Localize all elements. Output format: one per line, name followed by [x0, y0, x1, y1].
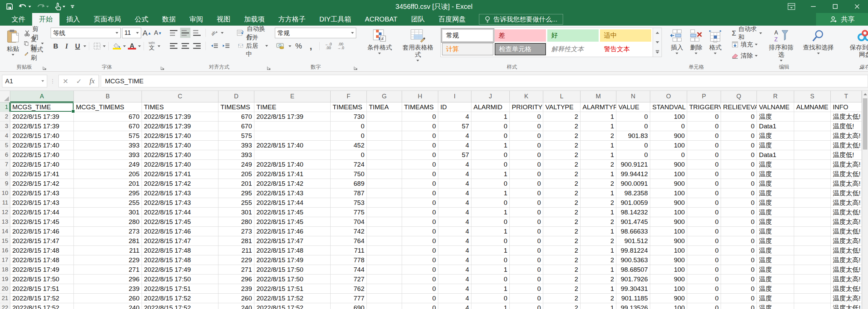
cell-Q19[interactable]: 0: [721, 275, 757, 284]
cell-T4[interactable]: 温度太高!: [831, 131, 862, 141]
cell-P8[interactable]: 0: [687, 169, 721, 179]
cell-D1[interactable]: TIMESMS: [218, 102, 254, 112]
cell-E20[interactable]: 2022/8/15 17:51: [254, 284, 331, 294]
cell-Q8[interactable]: 0: [721, 169, 757, 179]
cell-O22[interactable]: 100: [650, 303, 687, 309]
cell-T2[interactable]: 温度太低!: [831, 112, 862, 122]
cell-P5[interactable]: 0: [687, 141, 721, 150]
column-header-J[interactable]: J: [471, 91, 510, 102]
cell-M1[interactable]: ALARMTYPE: [580, 102, 616, 112]
cell-L15[interactable]: 2: [543, 236, 580, 246]
cell-style-warning[interactable]: 警告文本: [600, 43, 651, 55]
cell-C21[interactable]: 2022/8/15 17:52: [142, 294, 218, 303]
cell-Q5[interactable]: 0: [721, 141, 757, 150]
cell-C10[interactable]: 2022/8/15 17:43: [142, 188, 218, 198]
cell-G15[interactable]: [367, 236, 402, 246]
maximize-button[interactable]: [824, 0, 846, 13]
borders-button[interactable]: [92, 41, 102, 51]
gallery-scroll-down[interactable]: [653, 38, 662, 47]
format-as-table-button[interactable]: 套用表格格式: [397, 28, 438, 63]
cell-F1[interactable]: TIMEEMS: [331, 102, 367, 112]
column-header-P[interactable]: P: [687, 91, 721, 102]
row-header-16[interactable]: 16: [0, 246, 10, 255]
cell-I12[interactable]: 4: [438, 208, 471, 217]
cell-D16[interactable]: 211: [218, 246, 254, 255]
name-box-dropdown[interactable]: [41, 80, 44, 82]
cell-E18[interactable]: 2022/8/15 17:50: [254, 265, 331, 275]
cell-B18[interactable]: 271: [74, 265, 142, 275]
cell-B6[interactable]: 393: [74, 150, 142, 160]
clear-dropdown[interactable]: [755, 55, 758, 57]
column-header-O[interactable]: O: [650, 91, 687, 102]
cell-C19[interactable]: 2022/8/15 17:50: [142, 275, 218, 284]
insert-function-button[interactable]: fx: [90, 77, 95, 85]
column-header-M[interactable]: M: [580, 91, 616, 102]
column-header-S[interactable]: S: [794, 91, 831, 102]
clipboard-dialog-launcher[interactable]: [43, 66, 46, 70]
cell-E5[interactable]: 2022/8/15 17:40: [254, 141, 331, 150]
cell-N19[interactable]: 901.7926: [616, 275, 650, 284]
cell-C3[interactable]: 2022/8/15 17:39: [142, 122, 218, 131]
cell-O6[interactable]: 0: [650, 150, 687, 160]
cell-A12[interactable]: 2022/8/15 17:44: [10, 208, 74, 217]
cell-J12[interactable]: 1: [471, 208, 510, 217]
cell-C5[interactable]: 2022/8/15 17:40: [142, 141, 218, 150]
cell-L2[interactable]: 2: [543, 112, 580, 122]
cell-E16[interactable]: 2022/8/15 17:48: [254, 246, 331, 255]
touch-mode-dropdown[interactable]: [63, 6, 65, 8]
cell-F22[interactable]: 690: [331, 303, 367, 309]
cell-S22[interactable]: [794, 303, 831, 309]
cell-P13[interactable]: 0: [687, 217, 721, 227]
sort-filter-button[interactable]: AZ 排序和筛选: [763, 28, 799, 63]
ribbon-display-options-button[interactable]: [780, 0, 802, 13]
column-header-F[interactable]: F: [331, 91, 367, 102]
clear-button[interactable]: 清除: [730, 51, 763, 60]
undo-button[interactable]: [17, 1, 33, 12]
cell-K9[interactable]: 0: [510, 179, 543, 188]
sort-filter-dropdown[interactable]: [780, 60, 783, 61]
increase-decimal-button[interactable]: ←.0.00: [323, 41, 333, 51]
cell-H9[interactable]: 0: [402, 179, 438, 188]
cell-G21[interactable]: [367, 294, 402, 303]
cell-L17[interactable]: 2: [543, 255, 580, 265]
row-header-18[interactable]: 18: [0, 265, 10, 275]
cell-B7[interactable]: 249: [74, 160, 142, 169]
cell-B13[interactable]: 280: [74, 217, 142, 227]
cell-P9[interactable]: 0: [687, 179, 721, 188]
cell-K1[interactable]: PRIORITY: [510, 102, 543, 112]
cell-T15[interactable]: 温度太高!: [831, 236, 862, 246]
cell-T19[interactable]: 温度太高!: [831, 275, 862, 284]
paste-dropdown[interactable]: [12, 54, 14, 56]
cell-J21[interactable]: 0: [471, 294, 510, 303]
confirm-entry-button[interactable]: ✓: [76, 77, 82, 85]
cell-G11[interactable]: [367, 198, 402, 208]
row-header-9[interactable]: 9: [0, 179, 10, 188]
cell-J17[interactable]: 0: [471, 255, 510, 265]
vertical-scrollbar[interactable]: [862, 91, 868, 309]
cell-F20[interactable]: 762: [331, 284, 367, 294]
cell-N21[interactable]: 901.1185: [616, 294, 650, 303]
cell-D5[interactable]: 393: [218, 141, 254, 150]
cell-G4[interactable]: [367, 131, 402, 141]
cell-Q6[interactable]: 0: [721, 150, 757, 160]
cell-O21[interactable]: 900: [650, 294, 687, 303]
scrollbar-thumb[interactable]: [863, 98, 867, 150]
cell-C7[interactable]: 2022/8/15 17:40: [142, 160, 218, 169]
cell-A5[interactable]: 2022/8/15 17:40: [10, 141, 74, 150]
cell-Q14[interactable]: 0: [721, 227, 757, 236]
cell-S20[interactable]: [794, 284, 831, 294]
cell-O17[interactable]: 900: [650, 255, 687, 265]
cell-M19[interactable]: 2: [580, 275, 616, 284]
cell-F10[interactable]: 787: [331, 188, 367, 198]
cell-K3[interactable]: 0: [510, 122, 543, 131]
cell-B21[interactable]: 260: [74, 294, 142, 303]
italic-button[interactable]: I: [62, 41, 72, 51]
cell-L12[interactable]: 2: [543, 208, 580, 217]
cell-H5[interactable]: 0: [402, 141, 438, 150]
cell-E3[interactable]: [254, 122, 331, 131]
cell-Q3[interactable]: 0: [721, 122, 757, 131]
cell-style-bad[interactable]: 差: [495, 29, 546, 42]
cell-K5[interactable]: 0: [510, 141, 543, 150]
cell-G6[interactable]: [367, 150, 402, 160]
cell-T16[interactable]: 温度太低!: [831, 246, 862, 255]
